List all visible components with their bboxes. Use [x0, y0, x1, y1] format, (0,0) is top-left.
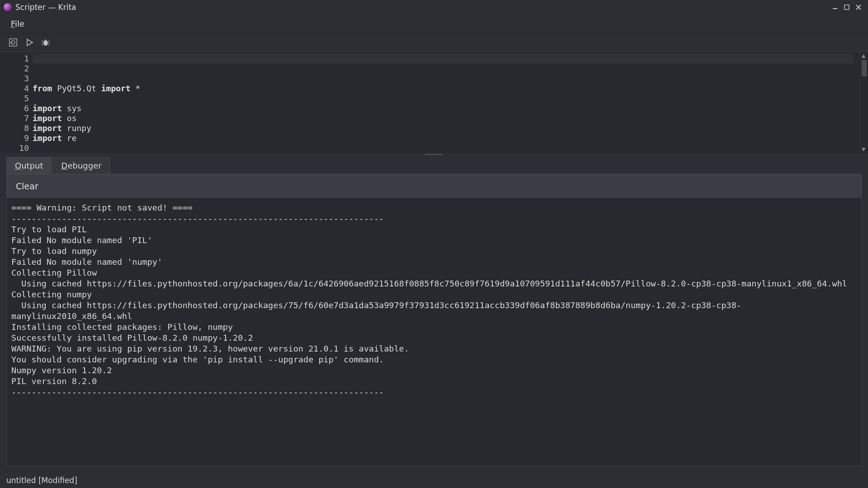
menu-file[interactable]: File: [7, 17, 28, 30]
output-tabs: Output Debugger: [0, 156, 868, 174]
minimize-button[interactable]: [829, 2, 841, 12]
scroll-up-icon[interactable]: ▲: [862, 53, 865, 59]
app-icon: [4, 3, 12, 11]
menubar: File: [0, 14, 868, 33]
svg-point-2: [43, 40, 48, 46]
statusbar: untitled [Modified]: [0, 473, 868, 488]
svg-rect-0: [844, 5, 849, 9]
code-editor[interactable]: 12345678910 from PyQt5.Qt import * impor…: [0, 52, 868, 153]
maximize-button[interactable]: [841, 2, 853, 12]
run-button[interactable]: [24, 38, 34, 47]
debug-button[interactable]: [41, 38, 51, 47]
tab-debugger-rest: ebugger: [67, 161, 101, 170]
window-title: Scripter — Krita: [15, 3, 76, 12]
current-line-highlight: [33, 54, 854, 64]
line-number-gutter: 12345678910: [0, 52, 33, 153]
scroll-down-icon[interactable]: ▼: [862, 146, 865, 152]
output-toolbar: Clear: [6, 174, 862, 197]
editor-scrollbar[interactable]: ▲ ▼: [860, 52, 868, 153]
clear-button[interactable]: Clear: [16, 181, 38, 191]
toolbar: [0, 33, 868, 52]
tab-debugger[interactable]: Debugger: [53, 157, 110, 174]
close-button[interactable]: [853, 2, 864, 12]
menu-file-label-rest: ile: [15, 19, 24, 28]
status-text: untitled [Modified]: [6, 476, 77, 485]
scroll-thumb[interactable]: [862, 60, 867, 76]
titlebar: Scripter — Krita: [0, 0, 868, 14]
reload-button[interactable]: [8, 38, 18, 47]
tab-output-rest: utput: [21, 161, 43, 170]
code-area[interactable]: from PyQt5.Qt import * import sysimport …: [33, 52, 860, 153]
tab-output[interactable]: Output: [6, 157, 52, 174]
output-panel[interactable]: ==== Warning: Script not saved! ==== ---…: [6, 197, 862, 466]
